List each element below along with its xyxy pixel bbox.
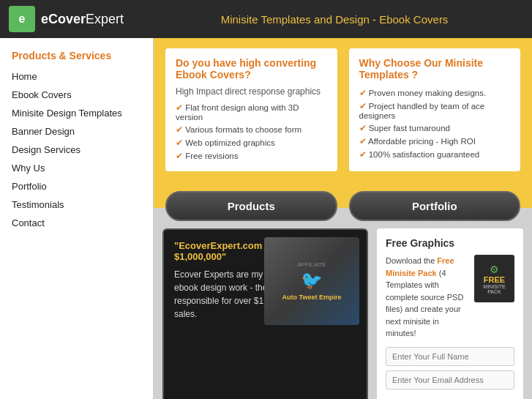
bullet-item: Free revisions xyxy=(176,149,327,163)
logo-name-start: eCover xyxy=(41,12,86,26)
badge-line1: MINISITE xyxy=(483,284,505,289)
sidebar-item-ebook-covers[interactable]: Ebook Covers xyxy=(0,86,153,104)
bullet-item: Various formats to choose form xyxy=(176,123,327,136)
free-graphics-box: Free Graphics Download the Free Minisite… xyxy=(377,228,523,399)
affiliate-stamp: AFFILIATE xyxy=(298,261,326,268)
sidebar-item-why-us[interactable]: Why Us xyxy=(0,159,153,177)
sidebar-item-testimonials[interactable]: Testimonials xyxy=(0,195,153,214)
twitter-bird-icon: 🐦 xyxy=(301,270,323,291)
bullet-item: Super fast turnaround xyxy=(359,122,511,135)
info-section: Do you have high converting Ebook Covers… xyxy=(154,38,532,208)
sidebar-item-contact[interactable]: Contact xyxy=(0,214,153,232)
testimonial-image: AFFILIATE 🐦 Auto Tweet Empire xyxy=(264,237,359,325)
free-pack-badge: ⚙ FREE MINISITE PACK xyxy=(474,255,514,302)
email-input[interactable] xyxy=(386,370,514,389)
sidebar-item-design-services[interactable]: Design Services xyxy=(0,141,153,159)
bullet-item: Affordable pricing - High ROI xyxy=(359,135,511,148)
ebook-covers-heading: Do you have high converting Ebook Covers… xyxy=(176,57,327,81)
sidebar-item-minisite-design[interactable]: Minisite Design Templates xyxy=(0,104,153,122)
ebook-covers-heading-highlight: Ebook Covers xyxy=(176,69,244,81)
ebook-covers-intro: High Impact direct response graphics xyxy=(176,86,327,97)
logo-area[interactable]: e eCoverExpert xyxy=(9,6,124,32)
testimonial-image-placeholder: AFFILIATE 🐦 Auto Tweet Empire xyxy=(264,237,359,325)
minisite-heading-plain: Why Choose Our xyxy=(359,57,445,69)
content-area: Do you have high converting Ebook Covers… xyxy=(154,38,532,399)
bottom-section: "EcoverExpert.com Makes Client $1,000,00… xyxy=(154,208,532,399)
ebook-covers-heading-plain: Do you have high converting xyxy=(176,57,316,69)
text-part2: (4 Templates with complete source PSD fi… xyxy=(386,269,463,338)
bullet-item: Web optimized graphics xyxy=(176,136,327,149)
cta-buttons-row: Products Portfolio xyxy=(165,191,520,221)
text-part1: Download the xyxy=(386,256,437,265)
main: Products & Services Home Ebook Covers Mi… xyxy=(0,38,532,399)
logo-text: eCoverExpert xyxy=(41,12,124,27)
gear-icon: ⚙ xyxy=(490,264,499,275)
portfolio-button[interactable]: Portfolio xyxy=(349,191,521,221)
minisite-bullets: Proven money making designs. Project han… xyxy=(359,86,511,161)
ebook-covers-bullets: Flat front design along with 3D version … xyxy=(176,101,327,163)
bullet-item: Proven money making designs. xyxy=(359,86,511,100)
product-name: Auto Tweet Empire xyxy=(282,294,342,301)
logo-letter: e xyxy=(19,12,26,26)
minisite-heading-end: ? xyxy=(409,69,418,81)
bullet-item: Flat front design along with 3D version xyxy=(176,101,327,123)
testimonial-box: "EcoverExpert.com Makes Client $1,000,00… xyxy=(162,228,368,399)
sidebar-section-title: Products & Services xyxy=(0,45,153,67)
sidebar-item-portfolio[interactable]: Portfolio xyxy=(0,177,153,195)
bullet-item: 100% satisfaction guaranteed xyxy=(359,148,511,161)
sidebar: Products & Services Home Ebook Covers Mi… xyxy=(0,38,154,399)
minisite-heading: Why Choose Our Minisite Templates ? xyxy=(359,57,511,81)
ebook-covers-heading-end: ? xyxy=(244,69,251,81)
badge-line2: PACK xyxy=(487,289,501,294)
free-graphics-description: Download the Free Minisite Pack (4 Templ… xyxy=(386,255,468,340)
logo-name-end: Expert xyxy=(86,12,124,26)
header-title: Minisite Templates and Design - Ebook Co… xyxy=(146,13,523,26)
header: e eCoverExpert Minisite Templates and De… xyxy=(0,0,532,38)
badge-free-label: FREE xyxy=(484,275,505,284)
free-graphics-content: Download the Free Minisite Pack (4 Templ… xyxy=(386,255,514,340)
free-graphics-title: Free Graphics xyxy=(386,237,514,249)
logo-icon: e xyxy=(9,6,35,32)
bullet-item: Project handled by team of ace designers xyxy=(359,100,511,122)
sidebar-item-home[interactable]: Home xyxy=(0,67,153,86)
minisite-templates-info-box: Why Choose Our Minisite Templates ? Prov… xyxy=(349,48,521,171)
sidebar-item-banner-design[interactable]: Banner Design xyxy=(0,122,153,141)
full-name-input[interactable] xyxy=(386,347,514,366)
ebook-covers-info-box: Do you have high converting Ebook Covers… xyxy=(165,48,337,171)
products-button[interactable]: Products xyxy=(165,191,337,221)
